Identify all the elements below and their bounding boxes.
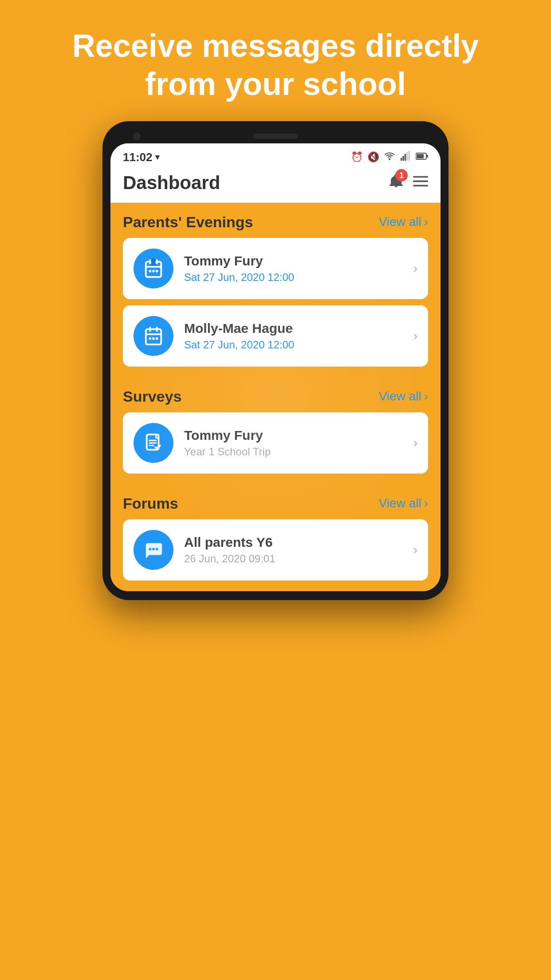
alarm-icon: ⏰ <box>351 151 363 163</box>
time-dropdown-icon: ▾ <box>155 152 159 162</box>
parents-evening-item-molly[interactable]: Molly-Mae Hague Sat 27 Jun, 2020 12:00 › <box>123 305 428 367</box>
svg-rect-1 <box>401 158 402 161</box>
svg-point-17 <box>152 270 155 273</box>
card-chevron-tommy: › <box>413 261 417 276</box>
calendar-icon-molly <box>134 316 173 356</box>
calendar-icon-tommy: 👤 <box>134 249 173 288</box>
forum-chevron-all-parents: › <box>413 543 417 557</box>
battery-icon <box>416 151 428 163</box>
forums-view-all[interactable]: View all › <box>379 496 428 510</box>
survey-chevron-tommy: › <box>413 436 417 450</box>
forums-header: Forums View all › <box>123 495 428 512</box>
svg-rect-7 <box>417 154 424 158</box>
hero-text: Receive messages directly from your scho… <box>0 0 551 121</box>
phone: 11:02 ▾ ⏰ 🔇 <box>102 121 449 600</box>
phone-speaker <box>253 134 298 139</box>
parents-evenings-view-all[interactable]: View all › <box>379 215 428 229</box>
svg-rect-5 <box>409 151 410 161</box>
forums-section: Forums View all › <box>110 484 441 591</box>
content-area: Parents' Evenings View all › <box>110 203 441 591</box>
chat-icon-all-parents <box>134 530 173 570</box>
svg-point-16 <box>149 270 151 273</box>
mute-icon: 🔇 <box>367 151 379 163</box>
forums-view-all-chevron-icon: › <box>424 496 428 510</box>
parents-evening-name-tommy: Tommy Fury <box>184 253 403 269</box>
card-chevron-molly: › <box>413 329 417 343</box>
surveys-view-all-chevron-icon: › <box>424 389 428 403</box>
svg-point-31 <box>149 548 151 550</box>
phone-camera <box>133 132 141 140</box>
svg-text:👤: 👤 <box>149 258 158 266</box>
menu-button[interactable] <box>413 174 428 192</box>
svg-rect-10 <box>413 180 428 182</box>
survey-content-tommy: Tommy Fury Year 1 School Trip <box>184 428 403 458</box>
svg-rect-4 <box>406 152 408 161</box>
notification-bell-button[interactable]: 1 <box>388 173 404 193</box>
surveys-title: Surveys <box>123 388 181 405</box>
forum-content-all-parents: All parents Y6 26 Jun, 2020 09:01 <box>184 535 403 565</box>
surveys-view-all[interactable]: View all › <box>379 389 428 403</box>
survey-detail-tommy: Year 1 School Trip <box>184 446 403 458</box>
status-bar: 11:02 ▾ ⏰ 🔇 <box>110 143 441 168</box>
svg-point-24 <box>149 337 151 340</box>
surveys-header: Surveys View all › <box>123 388 428 405</box>
svg-rect-11 <box>413 185 428 186</box>
parents-evening-date-molly: Sat 27 Jun, 2020 12:00 <box>184 339 403 351</box>
view-all-chevron-icon: › <box>424 215 428 229</box>
signal-icon <box>400 151 411 163</box>
survey-name-tommy: Tommy Fury <box>184 428 403 443</box>
app-title: Dashboard <box>123 172 220 194</box>
svg-rect-9 <box>413 176 428 178</box>
phone-top-bar <box>110 130 441 143</box>
svg-point-18 <box>156 270 158 273</box>
parents-evening-content-tommy: Tommy Fury Sat 27 Jun, 2020 12:00 <box>184 253 403 284</box>
svg-point-0 <box>389 158 390 160</box>
status-icons: ⏰ 🔇 <box>351 151 428 163</box>
parents-evenings-header: Parents' Evenings View all › <box>123 213 428 231</box>
parents-evening-item-tommy[interactable]: 👤 Tommy Fury Sat 27 Jun, 2020 12:00 › <box>123 238 428 299</box>
svg-point-25 <box>152 337 155 340</box>
parents-evenings-title: Parents' Evenings <box>123 213 253 231</box>
svg-rect-2 <box>402 156 404 161</box>
header-icons: 1 <box>388 173 428 193</box>
parents-evening-name-molly: Molly-Mae Hague <box>184 321 403 336</box>
svg-point-32 <box>152 548 155 550</box>
svg-rect-20 <box>146 329 161 344</box>
parents-evenings-section: Parents' Evenings View all › <box>110 203 441 377</box>
survey-icon-tommy <box>134 423 173 463</box>
parents-evening-date-tommy: Sat 27 Jun, 2020 12:00 <box>184 271 403 284</box>
status-time: 11:02 ▾ <box>123 150 159 164</box>
forum-item-all-parents[interactable]: All parents Y6 26 Jun, 2020 09:01 › <box>123 519 428 581</box>
notification-badge: 1 <box>395 169 408 182</box>
phone-wrapper: 11:02 ▾ ⏰ 🔇 <box>94 121 457 980</box>
screen: 11:02 ▾ ⏰ 🔇 <box>110 143 441 591</box>
forum-name-all-parents: All parents Y6 <box>184 535 403 550</box>
forums-title: Forums <box>123 495 178 512</box>
surveys-section: Surveys View all › <box>110 377 441 484</box>
forum-date-all-parents: 26 Jun, 2020 09:01 <box>184 553 403 565</box>
svg-rect-3 <box>405 154 406 161</box>
survey-item-tommy[interactable]: Tommy Fury Year 1 School Trip › <box>123 412 428 474</box>
svg-point-26 <box>156 337 158 340</box>
wifi-icon <box>384 151 395 163</box>
parents-evening-content-molly: Molly-Mae Hague Sat 27 Jun, 2020 12:00 <box>184 321 403 351</box>
svg-rect-8 <box>426 155 428 158</box>
svg-point-33 <box>156 548 158 550</box>
app-header: Dashboard 1 <box>110 168 441 203</box>
